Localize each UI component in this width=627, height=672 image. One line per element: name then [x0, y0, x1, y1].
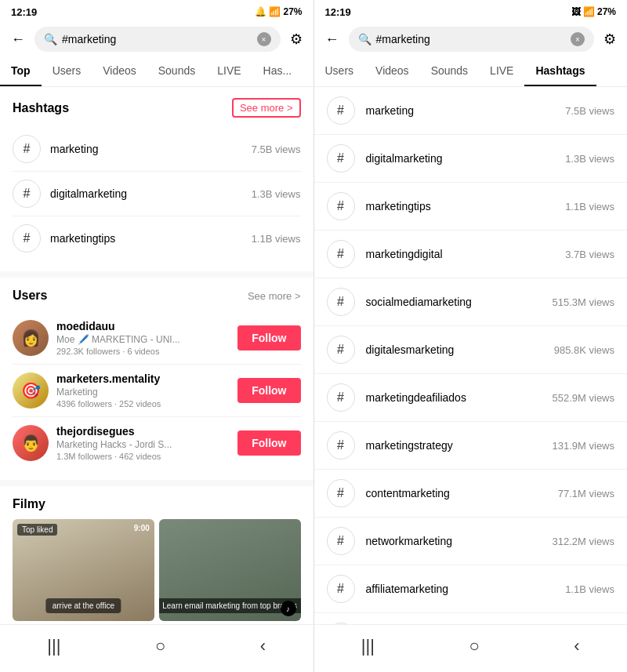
hash-list-views-marketingdeafiliados: 552.9M views [553, 392, 614, 404]
hash-list-row-socialmediamarketing[interactable]: # socialmediamarketing 515.3M views [314, 278, 628, 326]
tab-live-left[interactable]: LIVE [206, 56, 252, 86]
user-row-thejordisegues[interactable]: 👨 thejordisegues Marketing Hacks - Jordi… [13, 417, 301, 469]
video-thumb-2[interactable]: Learn email marketing from top brands ♪ [159, 519, 301, 621]
search-input-wrap-right[interactable]: 🔍 #marketing × [349, 27, 595, 52]
tab-users-right[interactable]: Users [314, 56, 365, 86]
hash-list-icon-marketingstrategy: # [327, 431, 355, 460]
search-input-wrap-left[interactable]: 🔍 #marketing × [34, 27, 281, 52]
follow-button-thejordisegues[interactable]: Follow [237, 430, 300, 456]
hashtag-row-marketing[interactable]: # marketing 7.5B views [13, 127, 301, 172]
hash-list-row-affiliatemarketing[interactable]: # affiliatemarketing 1.1B views [314, 565, 628, 613]
nav-back-right[interactable]: ‹ [558, 633, 595, 659]
hash-list-row-digitalmarketing[interactable]: # digitalmarketing 1.3B views [314, 135, 628, 183]
users-see-more[interactable]: See more > [248, 290, 301, 302]
hashtag-row-marketingtips[interactable]: # marketingtips 1.1B views [13, 216, 301, 260]
userdesc-marketers-mentality: Marketing [56, 387, 230, 398]
search-bar-right: ← 🔍 #marketing × ⚙ [314, 22, 628, 56]
tab-users-left[interactable]: Users [42, 56, 92, 86]
right-panel: 12:19 🖼 📶 27% ← 🔍 #marketing × ⚙ Users V… [314, 0, 628, 672]
hash-list-row-marketingstrategy[interactable]: # marketingstrategy 131.9M views [314, 422, 628, 470]
username-thejordisegues: thejordisegues [56, 425, 230, 438]
tab-has-left[interactable]: Has... [252, 56, 303, 86]
follow-button-marketers-mentality[interactable]: Follow [237, 378, 300, 403]
hash-list-icon-digitalesmarketing: # [327, 336, 355, 364]
hash-list-row-marketing[interactable]: # marketing 7.5B views [314, 87, 628, 135]
status-bar-right: 12:19 🖼 📶 27% [314, 0, 628, 22]
userdesc-thejordisegues: Marketing Hacks - Jordi S... [56, 439, 230, 450]
filmy-section: Filmy Top liked 9:00 arrive at the offic… [0, 486, 314, 624]
clear-button-left[interactable]: × [257, 32, 271, 46]
filter-button-left[interactable]: ⚙ [287, 27, 306, 51]
photo-icon-right: 🖼 [571, 6, 581, 17]
hash-icon-digitalmarketing: # [13, 180, 41, 208]
tab-sounds-right[interactable]: Sounds [420, 56, 479, 86]
battery-left: 27% [283, 6, 302, 17]
hash-list-row-networkmarketing[interactable]: # networkmarketing 312.2M views [314, 518, 628, 565]
user-info-thejordisegues: thejordisegues Marketing Hacks - Jordi S… [56, 425, 230, 461]
hash-list-row-marketingdigital[interactable]: # marketingdigital 3.7B views [314, 231, 628, 278]
hashtag-row-digitalmarketing[interactable]: # digitalmarketing 1.3B views [13, 172, 301, 216]
video-thumb-1[interactable]: Top liked 9:00 arrive at the office [13, 519, 154, 621]
search-icon-left: 🔍 [44, 33, 57, 45]
back-button-left[interactable]: ← [8, 28, 28, 51]
nav-menu-left[interactable]: ||| [31, 633, 76, 659]
hash-list-name-marketingstrategy: marketingstrategy [366, 439, 553, 452]
hash-list-name-affiliatemarketing: affiliatemarketing [366, 583, 566, 595]
hash-list-name-digitalesmarketing: digitalesmarketing [366, 343, 554, 356]
hash-list-row-contentmarketing[interactable]: # contentmarketing 77.1M views [314, 470, 628, 518]
hashtag-views-marketingtips: 1.1B views [252, 233, 301, 245]
hashtag-views-digitalmarketing: 1.3B views [252, 188, 301, 200]
hash-icon-marketingtips: # [13, 224, 41, 252]
hash-list-row-marketingdeafiliados[interactable]: # marketingdeafiliados 552.9M views [314, 374, 628, 422]
hash-list-views-marketingtips: 1.1B views [565, 201, 614, 212]
user-row-marketers-mentality[interactable]: 🎯 marketers.mentality Marketing 4396 fol… [13, 365, 301, 417]
video-grid: Top liked 9:00 arrive at the office Lear… [13, 519, 301, 621]
tab-hashtags-right[interactable]: Hashtags [524, 56, 596, 86]
hash-list-views-socialmediamarketing: 515.3M views [553, 296, 614, 308]
status-bar-left: 12:19 🔔 📶 27% [0, 0, 314, 22]
nav-back-left[interactable]: ‹ [245, 633, 281, 659]
search-query-left: #marketing [62, 33, 252, 45]
nav-home-left[interactable]: ○ [140, 633, 181, 659]
user-info-moedidauu: moedidauu Moe 🖊️ MARKETING - UNI... 292.… [56, 320, 230, 356]
nav-home-right[interactable]: ○ [454, 633, 495, 659]
hashtags-header: Hashtags See more > [13, 98, 301, 118]
avatar-marketers-mentality: 🎯 [13, 372, 49, 409]
alarm-icon: 🔔 [255, 6, 266, 17]
hash-list-row-digitalesmarketing[interactable]: # digitalesmarketing 985.8K views [314, 326, 628, 374]
hash-list-icon-contentmarketing: # [327, 479, 355, 507]
filter-button-right[interactable]: ⚙ [600, 27, 619, 51]
status-icons-left: 🔔 📶 27% [255, 6, 302, 17]
tab-videos-right[interactable]: Videos [364, 56, 420, 86]
hash-list-name-marketingtips: marketingtips [366, 200, 566, 212]
left-panel: 12:19 🔔 📶 27% ← 🔍 #marketing × ⚙ Top Use… [0, 0, 314, 672]
clear-button-right[interactable]: × [571, 32, 585, 46]
hash-list-icon-marketingdeafiliados: # [327, 383, 355, 412]
tab-live-right[interactable]: LIVE [479, 56, 524, 86]
hash-icon-marketing: # [13, 135, 41, 163]
tabs-row-right: Users Videos Sounds LIVE Hashtags [314, 56, 628, 87]
nav-menu-right[interactable]: ||| [346, 633, 390, 659]
wifi-icon: 📶 [269, 6, 281, 17]
hashtags-see-more[interactable]: See more > [232, 98, 301, 118]
hash-list-icon-socialmediamarketing: # [327, 288, 355, 316]
hash-list-row-marketingtips[interactable]: # marketingtips 1.1B views [314, 183, 628, 231]
user-info-marketers-mentality: marketers.mentality Marketing 4396 follo… [56, 372, 230, 409]
search-bar-left: ← 🔍 #marketing × ⚙ [0, 22, 314, 56]
tab-videos-left[interactable]: Videos [92, 56, 147, 86]
content-left: Hashtags See more > # marketing 7.5B vie… [0, 87, 314, 624]
time-right: 12:19 [325, 6, 351, 18]
tab-sounds-left[interactable]: Sounds [147, 56, 206, 86]
tabs-row-left: Top Users Videos Sounds LIVE Has... [0, 56, 314, 87]
hash-list-views-digitalesmarketing: 985.8K views [554, 344, 614, 356]
tab-top[interactable]: Top [0, 56, 42, 86]
wifi-icon-right: 📶 [583, 6, 595, 17]
avatar-moedidauu: 👩 [13, 320, 49, 356]
hash-list-row-strategiemarketing[interactable]: # strategiemarketing 34.3M views [314, 613, 628, 624]
user-row-moedidauu[interactable]: 👩 moedidauu Moe 🖊️ MARKETING - UNI... 29… [13, 312, 301, 365]
back-button-right[interactable]: ← [322, 28, 342, 51]
follow-button-moedidauu[interactable]: Follow [237, 325, 300, 351]
hash-list-name-digitalmarketing: digitalmarketing [366, 152, 566, 165]
hash-list-name-marketingdeafiliados: marketingdeafiliados [366, 391, 553, 404]
hashtag-name-digitalmarketing: digitalmarketing [50, 187, 252, 200]
